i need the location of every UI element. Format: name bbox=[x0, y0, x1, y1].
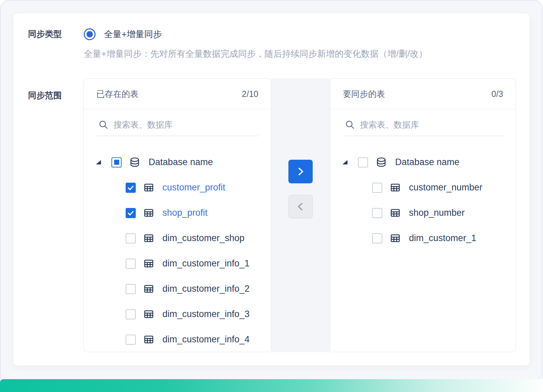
checkbox[interactable] bbox=[126, 335, 136, 345]
chevron-left-icon bbox=[295, 201, 306, 212]
tree-node-label[interactable]: dim_customer_info_2 bbox=[162, 284, 250, 294]
footer-progress-bar bbox=[0, 379, 543, 392]
source-table-tree: Database namecustomer_profitshop_profitd… bbox=[84, 136, 271, 352]
tree-node-label[interactable]: dim_customer_1 bbox=[409, 233, 476, 243]
checkbox[interactable] bbox=[126, 183, 136, 193]
target-tables-panel: 要同步的表 0/3 Database namecustomer_numbersh… bbox=[330, 78, 516, 352]
checkbox[interactable] bbox=[358, 157, 368, 167]
source-search bbox=[96, 120, 258, 136]
source-panel-count: 2/10 bbox=[242, 89, 258, 99]
tree-node-label[interactable]: dim_customer_shop bbox=[162, 233, 244, 243]
checkbox[interactable] bbox=[372, 208, 382, 218]
chevron-right-icon bbox=[295, 166, 306, 177]
target-panel-header: 要同步的表 0/3 bbox=[330, 79, 516, 109]
source-search-input[interactable] bbox=[113, 120, 258, 130]
tree-node-label[interactable]: customer_number bbox=[409, 182, 483, 193]
tree-node-label[interactable]: dim_customer_info_1 bbox=[162, 258, 250, 269]
target-search bbox=[343, 120, 503, 136]
source-panel-title: 已存在的表 bbox=[96, 88, 138, 100]
caret-expand-icon[interactable] bbox=[96, 160, 101, 164]
source-panel-header: 已存在的表 2/10 bbox=[84, 79, 271, 109]
search-icon bbox=[98, 120, 108, 130]
checkbox[interactable] bbox=[126, 208, 136, 218]
checkbox[interactable] bbox=[111, 157, 122, 167]
tree-row: dim_customer_info_4 bbox=[84, 327, 271, 352]
tree-row: shop_profit bbox=[84, 200, 271, 226]
tree-row: customer_profit bbox=[84, 175, 271, 200]
sync-type-label: 同步类型 bbox=[28, 28, 62, 40]
tree-row: dim_customer_info_3 bbox=[84, 302, 271, 327]
radio-dot bbox=[86, 31, 93, 37]
target-panel-count: 0/3 bbox=[491, 89, 503, 99]
caret-expand-icon[interactable] bbox=[342, 160, 347, 164]
table-icon bbox=[143, 334, 154, 345]
tree-row: dim_customer_info_2 bbox=[84, 276, 271, 302]
checkbox[interactable] bbox=[372, 183, 382, 193]
checkbox[interactable] bbox=[126, 284, 136, 294]
tree-row: dim_customer_shop bbox=[84, 226, 271, 251]
table-icon bbox=[143, 309, 154, 320]
sync-settings-card: 同步类型 全量+增量同步 全量+增量同步：先对所有全量数据完成同步，随后持续同步… bbox=[14, 14, 529, 365]
checkbox-indeterminate-mark bbox=[114, 160, 119, 165]
tree-row: shop_number bbox=[330, 200, 516, 226]
table-icon bbox=[143, 283, 154, 294]
checkbox[interactable] bbox=[372, 233, 382, 243]
tree-row: customer_number bbox=[330, 175, 516, 200]
tree-row: dim_customer_info_1 bbox=[84, 251, 271, 276]
table-transfer-widget: 已存在的表 2/10 Database namecustomer_profits… bbox=[83, 78, 516, 352]
target-panel-title: 要同步的表 bbox=[343, 88, 385, 100]
table-icon bbox=[390, 233, 401, 244]
tree-row: Database name bbox=[84, 150, 271, 175]
table-icon bbox=[143, 182, 154, 193]
tree-node-label[interactable]: customer_profit bbox=[162, 182, 225, 193]
table-icon bbox=[143, 207, 154, 218]
tree-node-label[interactable]: shop_profit bbox=[162, 208, 208, 218]
tree-node-label[interactable]: Database name bbox=[395, 157, 460, 167]
tree-node-label[interactable]: Database name bbox=[149, 157, 213, 167]
transfer-controls bbox=[271, 78, 330, 352]
tree-row: Database name bbox=[330, 150, 516, 175]
sync-scope-label: 同步范围 bbox=[28, 90, 62, 101]
source-tables-panel: 已存在的表 2/10 Database namecustomer_profits… bbox=[83, 78, 271, 352]
database-icon bbox=[376, 157, 387, 168]
radio-option-label[interactable]: 全量+增量同步 bbox=[104, 28, 162, 40]
checkbox[interactable] bbox=[126, 233, 136, 243]
sync-type-radio-group: 全量+增量同步 bbox=[84, 27, 162, 41]
target-table-tree: Database namecustomer_numbershop_numberd… bbox=[330, 136, 516, 352]
sync-type-description: 全量+增量同步：先对所有全量数据完成同步，随后持续同步新增的变化数据（增/删/改… bbox=[84, 48, 428, 60]
checkbox[interactable] bbox=[126, 309, 136, 319]
target-search-input[interactable] bbox=[360, 120, 503, 130]
tree-row: dim_customer_1 bbox=[330, 226, 516, 251]
move-to-right-button[interactable] bbox=[288, 160, 313, 183]
search-icon bbox=[345, 120, 355, 130]
table-icon bbox=[143, 233, 154, 244]
tree-node-label[interactable]: dim_customer_info_4 bbox=[162, 334, 250, 345]
table-icon bbox=[390, 182, 401, 193]
checkbox[interactable] bbox=[126, 259, 136, 269]
tree-node-label[interactable]: dim_customer_info_3 bbox=[162, 309, 250, 319]
radio-selected[interactable] bbox=[84, 28, 96, 40]
move-to-left-button[interactable] bbox=[288, 195, 313, 218]
table-icon bbox=[143, 258, 154, 269]
tree-node-label[interactable]: shop_number bbox=[409, 208, 465, 218]
database-icon bbox=[129, 157, 140, 168]
table-icon bbox=[390, 207, 401, 218]
